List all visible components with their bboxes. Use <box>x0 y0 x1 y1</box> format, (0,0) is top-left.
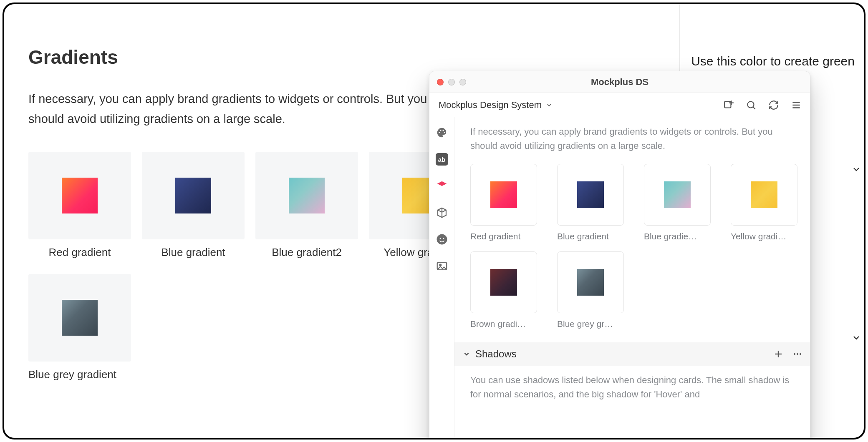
gradient-label: Blue grey gr… <box>557 319 624 329</box>
svg-line-4 <box>753 107 755 109</box>
palette-icon[interactable] <box>436 126 448 139</box>
more-icon[interactable] <box>792 349 802 359</box>
gradient-card[interactable]: Blue grey gr… <box>557 251 624 329</box>
gradient-card[interactable]: Red gradient <box>28 152 131 259</box>
gradient-label: Blue gradient <box>557 231 624 241</box>
chevron-down-icon <box>851 164 861 174</box>
svg-point-3 <box>747 101 754 108</box>
design-system-switcher[interactable]: Mockplus Design System <box>439 100 553 110</box>
bluegrey-gradient-swatch <box>577 269 604 296</box>
page-description: If necessary, you can apply brand gradie… <box>28 89 454 129</box>
gradient-tile <box>470 251 537 313</box>
gradient-label: Red gradient <box>49 246 111 259</box>
typography-icon[interactable]: ab <box>436 153 448 166</box>
bluegrey-gradient-swatch <box>62 300 98 336</box>
section-description: If necessary, you can apply brand gradie… <box>470 125 800 153</box>
gradient-tile <box>557 251 624 313</box>
blue-gradient-swatch <box>175 178 211 213</box>
gradient-grid: Red gradient Blue gradient Blue gradie… <box>470 164 800 329</box>
smile-icon[interactable] <box>436 233 448 246</box>
gradient-label: Blue gradie… <box>644 231 711 241</box>
chevron-down-icon <box>851 333 861 343</box>
traffic-lights <box>429 79 466 85</box>
refresh-icon[interactable] <box>768 100 779 110</box>
red-gradient-swatch <box>62 178 98 213</box>
zoom-window-icon[interactable] <box>459 79 466 85</box>
plus-icon[interactable] <box>773 349 783 359</box>
gradient-tile <box>470 164 537 226</box>
gradient-card[interactable]: Blue gradie… <box>644 164 711 241</box>
svg-point-16 <box>797 353 798 355</box>
svg-point-15 <box>794 353 795 355</box>
red-gradient-swatch <box>490 181 517 208</box>
gradient-label: Brown gradi… <box>470 319 537 329</box>
add-icon[interactable] <box>723 100 734 110</box>
svg-point-17 <box>800 353 801 355</box>
svg-point-9 <box>439 238 441 239</box>
section-header-shadows[interactable]: Shadows <box>454 342 810 366</box>
design-system-popup: Mockplus DS Mockplus Design System <box>429 71 810 439</box>
section-description: You can use shadows listed below when de… <box>470 373 800 402</box>
window-titlebar[interactable]: Mockplus DS <box>429 71 810 93</box>
brown-gradient-swatch <box>490 269 517 296</box>
svg-point-8 <box>437 234 447 245</box>
cube-icon[interactable] <box>436 206 448 219</box>
design-system-name: Mockplus Design System <box>439 100 542 110</box>
gradient-label: Blue gradient2 <box>272 246 342 259</box>
gradient-label: Blue gradient <box>161 246 225 259</box>
yellow-gradient-swatch <box>751 181 777 208</box>
blue-gradient2-swatch <box>664 181 691 208</box>
gradient-card[interactable]: Blue gradient <box>557 164 624 241</box>
gradient-label: Red gradient <box>470 231 537 241</box>
close-window-icon[interactable] <box>437 79 444 85</box>
image-icon[interactable] <box>436 260 448 272</box>
blue-gradient-swatch <box>577 181 604 208</box>
svg-point-10 <box>443 238 444 239</box>
page-title: Gradients <box>28 46 840 68</box>
popup-toolbar: Mockplus Design System <box>429 93 810 117</box>
gradient-card[interactable]: Blue gradient <box>142 152 245 259</box>
window-title: Mockplus DS <box>429 77 810 88</box>
gradient-tile <box>28 152 131 239</box>
gradient-tile <box>731 164 797 226</box>
minimize-window-icon[interactable] <box>448 79 455 85</box>
svg-point-12 <box>439 264 441 266</box>
gradient-tile <box>644 164 711 226</box>
gradient-card[interactable]: Yellow gradi… <box>731 164 797 241</box>
search-icon[interactable] <box>746 100 757 110</box>
gradient-label: Blue grey gradient <box>28 368 116 381</box>
gradient-tile <box>557 164 624 226</box>
gradient-card[interactable]: Blue grey gradient <box>28 274 131 381</box>
gradient-tile <box>142 152 245 239</box>
menu-icon[interactable] <box>791 100 802 110</box>
chevron-down-icon <box>463 350 470 358</box>
chevron-down-icon <box>546 102 553 108</box>
gradient-label: Yellow gradi… <box>731 231 797 241</box>
blue-gradient2-swatch <box>289 178 325 213</box>
popup-content: If necessary, you can apply brand gradie… <box>454 117 810 439</box>
popup-sidebar: ab <box>429 117 454 439</box>
gradient-card[interactable]: Blue gradient2 <box>255 152 358 259</box>
gradient-card[interactable]: Red gradient <box>470 164 537 241</box>
gradient-tile <box>28 274 131 362</box>
gradient-card[interactable]: Brown gradi… <box>470 251 537 329</box>
gradient-tile <box>255 152 358 239</box>
layers-icon[interactable] <box>436 180 448 192</box>
section-title: Shadows <box>475 348 517 360</box>
